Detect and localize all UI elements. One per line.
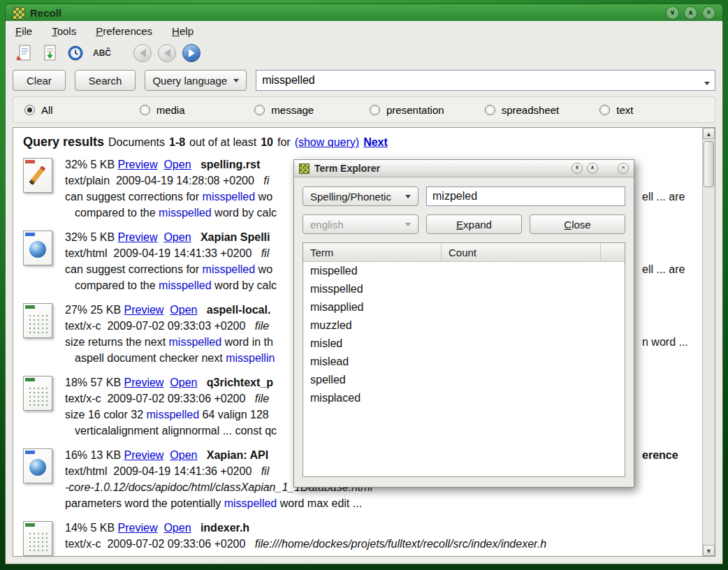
- link-preview[interactable]: Preview: [118, 231, 158, 243]
- term-cell: misapplied: [310, 301, 363, 314]
- link-open[interactable]: Open: [170, 377, 197, 388]
- scrollbar-thumb[interactable]: [704, 141, 714, 187]
- filter-spreadsheet[interactable]: spreadsheet: [485, 104, 600, 116]
- term-row[interactable]: misapplied: [303, 298, 625, 316]
- menu-file[interactable]: File: [15, 25, 32, 37]
- search-button[interactable]: Search: [75, 70, 136, 91]
- dialog-close-button[interactable]: ×: [618, 163, 629, 174]
- term-row[interactable]: mispelled: [303, 262, 625, 280]
- titlebar[interactable]: Recoll ∨ ∧ ×: [5, 3, 723, 22]
- term-cell: mislead: [310, 356, 349, 368]
- radio-icon: [140, 105, 150, 115]
- term-row[interactable]: misspelled: [303, 280, 625, 298]
- text-segment: misspellin: [226, 352, 275, 364]
- term-explorer-titlebar[interactable]: Term Explorer ∨ ∧ ×: [294, 160, 634, 177]
- prev-page-button[interactable]: [158, 44, 176, 62]
- term-row[interactable]: misplaced: [303, 389, 625, 407]
- term-row[interactable]: muzzled: [303, 316, 625, 335]
- arrow-left-icon: [164, 49, 170, 57]
- scroll-down-button[interactable]: ▼: [703, 545, 715, 556]
- recoll-app-icon: [299, 163, 310, 174]
- text-segment: text/x-c 2009-07-02 09:33:06 +0200: [65, 538, 255, 550]
- query-language-combo[interactable]: Query language: [145, 70, 247, 91]
- filter-all[interactable]: All: [24, 104, 140, 116]
- link-open[interactable]: Open: [170, 449, 197, 461]
- chevron-down-icon[interactable]: [704, 82, 710, 88]
- text-segment: compared to the: [75, 279, 159, 291]
- summary-count: 10: [261, 136, 273, 148]
- text-segment: misspelled: [159, 279, 212, 291]
- next-page-link[interactable]: Next: [363, 136, 388, 148]
- show-query-link[interactable]: (show query): [295, 136, 359, 148]
- expansion-mode-combo[interactable]: Spelling/Phonetic: [303, 187, 418, 206]
- menu-preferences[interactable]: Preferences: [96, 25, 152, 37]
- link-open[interactable]: Open: [163, 231, 191, 243]
- query-language-label: Query language: [152, 75, 227, 87]
- next-page-button[interactable]: [182, 44, 201, 62]
- search-bar: Clear Search Query language misspelled: [6, 66, 722, 95]
- scroll-up-button[interactable]: ▲: [703, 128, 715, 139]
- close-dialog-button[interactable]: Close: [530, 214, 625, 234]
- filter-media[interactable]: media: [140, 104, 255, 116]
- dialog-unshade-button[interactable]: ∧: [587, 163, 598, 174]
- first-page-button[interactable]: [133, 44, 152, 62]
- link-open[interactable]: Open: [170, 304, 197, 316]
- text-segment: verticalalignment alignnormal ... const …: [75, 425, 277, 437]
- text-segment: parameters word the potentially: [65, 497, 224, 509]
- link-preview[interactable]: Preview: [124, 377, 164, 388]
- text-segment: fi: [263, 175, 269, 187]
- filter-message[interactable]: message: [254, 104, 370, 116]
- term-row[interactable]: misled: [303, 335, 625, 353]
- menu-help[interactable]: Help: [172, 25, 194, 37]
- column-header-term[interactable]: Term: [303, 243, 442, 261]
- link-open[interactable]: Open: [163, 159, 191, 170]
- filter-label: All: [41, 104, 53, 116]
- shade-button[interactable]: ∨: [666, 6, 679, 20]
- results-scrollbar[interactable]: ▲ ▼: [702, 128, 715, 556]
- link-preview[interactable]: Preview: [124, 304, 164, 316]
- text-file-icon: [23, 158, 52, 193]
- clock-icon: [67, 45, 84, 61]
- text-segment: wo: [255, 191, 272, 203]
- update-index-tool-button[interactable]: [40, 43, 59, 63]
- results-title: Query results: [23, 135, 104, 149]
- text-segment: [163, 377, 170, 388]
- radio-icon: [485, 105, 495, 115]
- close-button[interactable]: ×: [702, 6, 715, 20]
- text-segment: wo: [255, 263, 272, 275]
- result-item: 14% 5 KB Preview Open indexer.htext/x-c …: [22, 520, 699, 555]
- language-combo[interactable]: english: [303, 214, 418, 234]
- menu-tools[interactable]: Tools: [52, 25, 76, 37]
- text-segment: 18% 57 KB: [65, 377, 124, 388]
- search-query-input[interactable]: misspelled: [256, 70, 715, 91]
- history-tool-button[interactable]: [66, 43, 85, 63]
- unshade-button[interactable]: ∧: [684, 6, 697, 20]
- term-explorer-tool-button[interactable]: ABĈ: [92, 43, 112, 63]
- text-segment: word by calc: [212, 207, 277, 219]
- link-preview[interactable]: Preview: [124, 449, 164, 461]
- term-row[interactable]: spelled: [303, 371, 625, 389]
- filter-presentation[interactable]: presentation: [370, 104, 485, 116]
- term-explorer-input[interactable]: [426, 187, 625, 206]
- text-segment: 32% 5 KB: [65, 231, 118, 243]
- text-segment: Xapian Spelli: [201, 231, 270, 243]
- dialog-shade-button[interactable]: ∨: [572, 163, 583, 174]
- clear-button[interactable]: Clear: [13, 70, 66, 91]
- term-cell: muzzled: [310, 319, 352, 332]
- link-open[interactable]: Open: [163, 522, 191, 534]
- text-segment: [191, 159, 201, 170]
- text-segment: [197, 449, 206, 461]
- link-preview[interactable]: Preview: [118, 159, 158, 170]
- column-header-count[interactable]: Count: [442, 243, 601, 261]
- filter-label: message: [271, 104, 314, 116]
- radio-icon: [254, 105, 265, 115]
- expand-button[interactable]: Expand: [426, 214, 522, 234]
- filter-label: presentation: [386, 104, 444, 116]
- text-segment: aspell-local.: [207, 304, 271, 316]
- clear-search-tool-button[interactable]: [14, 43, 34, 63]
- src-file-icon: [23, 376, 52, 411]
- term-row[interactable]: mislead: [303, 353, 625, 371]
- link-preview[interactable]: Preview: [118, 522, 158, 534]
- filter-text[interactable]: text: [599, 104, 715, 116]
- src-file-icon: [23, 521, 52, 556]
